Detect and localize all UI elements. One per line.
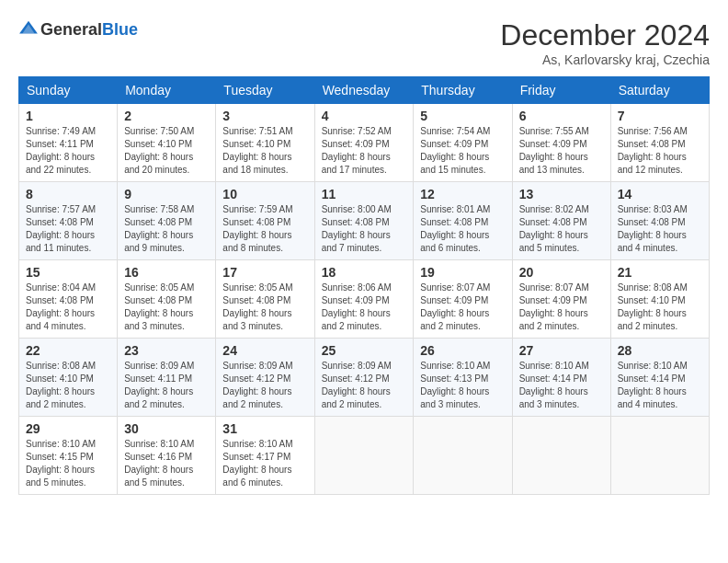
day-number: 27 — [519, 343, 604, 358]
cell-text: Sunrise: 8:09 AMSunset: 4:12 PMDaylight:… — [322, 361, 392, 409]
calendar-cell: 15Sunrise: 8:04 AMSunset: 4:08 PMDayligh… — [19, 260, 118, 339]
calendar-cell: 10Sunrise: 7:59 AMSunset: 4:08 PMDayligh… — [216, 182, 314, 260]
day-number: 4 — [322, 109, 407, 123]
calendar-cell: 23Sunrise: 8:09 AMSunset: 4:11 PMDayligh… — [118, 339, 216, 417]
calendar-cell: 30Sunrise: 8:10 AMSunset: 4:16 PMDayligh… — [118, 417, 216, 495]
calendar: SundayMondayTuesdayWednesdayThursdayFrid… — [18, 76, 710, 495]
week-row-1: 1Sunrise: 7:49 AMSunset: 4:11 PMDaylight… — [19, 104, 710, 182]
calendar-cell: 21Sunrise: 8:08 AMSunset: 4:10 PMDayligh… — [610, 260, 709, 339]
day-number: 23 — [124, 343, 209, 358]
calendar-cell: 17Sunrise: 8:05 AMSunset: 4:08 PMDayligh… — [216, 260, 314, 339]
cell-text: Sunrise: 8:10 AMSunset: 4:17 PMDaylight:… — [222, 439, 292, 488]
day-number: 8 — [26, 187, 110, 201]
day-number: 9 — [124, 187, 209, 201]
cell-text: Sunrise: 8:10 AMSunset: 4:13 PMDaylight:… — [420, 361, 490, 409]
header-day-tuesday: Tuesday — [216, 77, 314, 104]
cell-text: Sunrise: 8:06 AMSunset: 4:09 PMDaylight:… — [322, 282, 392, 331]
cell-text: Sunrise: 8:01 AMSunset: 4:08 PMDaylight:… — [420, 204, 490, 253]
day-number: 24 — [222, 343, 307, 358]
header-day-monday: Monday — [118, 77, 216, 104]
calendar-cell: 13Sunrise: 8:02 AMSunset: 4:08 PMDayligh… — [512, 182, 610, 260]
cell-text: Sunrise: 8:09 AMSunset: 4:11 PMDaylight:… — [124, 361, 194, 409]
week-row-3: 15Sunrise: 8:04 AMSunset: 4:08 PMDayligh… — [19, 260, 710, 339]
day-number: 31 — [222, 421, 307, 436]
cell-text: Sunrise: 7:56 AMSunset: 4:08 PMDaylight:… — [618, 126, 688, 175]
week-row-5: 29Sunrise: 8:10 AMSunset: 4:15 PMDayligh… — [19, 417, 710, 495]
cell-text: Sunrise: 8:08 AMSunset: 4:10 PMDaylight:… — [26, 361, 96, 409]
day-number: 21 — [618, 265, 702, 280]
cell-text: Sunrise: 8:05 AMSunset: 4:08 PMDaylight:… — [124, 282, 194, 331]
logo: GeneralBlue — [18, 18, 138, 40]
calendar-cell: 4Sunrise: 7:52 AMSunset: 4:09 PMDaylight… — [314, 104, 414, 182]
cell-text: Sunrise: 8:10 AMSunset: 4:16 PMDaylight:… — [124, 439, 194, 488]
calendar-cell: 28Sunrise: 8:10 AMSunset: 4:14 PMDayligh… — [610, 339, 709, 417]
day-number: 14 — [618, 187, 702, 201]
day-number: 19 — [420, 265, 505, 280]
day-number: 17 — [222, 265, 307, 280]
calendar-cell: 6Sunrise: 7:55 AMSunset: 4:09 PMDaylight… — [512, 104, 610, 182]
day-number: 3 — [222, 109, 307, 123]
calendar-cell: 12Sunrise: 8:01 AMSunset: 4:08 PMDayligh… — [414, 182, 512, 260]
header-day-friday: Friday — [512, 77, 610, 104]
calendar-cell: 7Sunrise: 7:56 AMSunset: 4:08 PMDaylight… — [610, 104, 709, 182]
day-number: 18 — [322, 265, 407, 280]
day-number: 25 — [322, 343, 407, 358]
calendar-cell: 8Sunrise: 7:57 AMSunset: 4:08 PMDaylight… — [19, 182, 118, 260]
cell-text: Sunrise: 8:10 AMSunset: 4:15 PMDaylight:… — [26, 439, 96, 488]
cell-text: Sunrise: 8:07 AMSunset: 4:09 PMDaylight:… — [519, 282, 589, 331]
calendar-cell: 24Sunrise: 8:09 AMSunset: 4:12 PMDayligh… — [216, 339, 314, 417]
cell-text: Sunrise: 7:54 AMSunset: 4:09 PMDaylight:… — [420, 126, 490, 175]
calendar-cell: 27Sunrise: 8:10 AMSunset: 4:14 PMDayligh… — [512, 339, 610, 417]
cell-text: Sunrise: 8:07 AMSunset: 4:09 PMDaylight:… — [420, 282, 490, 331]
cell-text: Sunrise: 8:04 AMSunset: 4:08 PMDaylight:… — [26, 282, 96, 331]
calendar-cell: 19Sunrise: 8:07 AMSunset: 4:09 PMDayligh… — [414, 260, 512, 339]
calendar-cell — [314, 417, 414, 495]
calendar-cell: 20Sunrise: 8:07 AMSunset: 4:09 PMDayligh… — [512, 260, 610, 339]
cell-text: Sunrise: 8:10 AMSunset: 4:14 PMDaylight:… — [618, 361, 688, 409]
calendar-cell: 2Sunrise: 7:50 AMSunset: 4:10 PMDaylight… — [118, 104, 216, 182]
calendar-cell: 3Sunrise: 7:51 AMSunset: 4:10 PMDaylight… — [216, 104, 314, 182]
header-day-wednesday: Wednesday — [314, 77, 414, 104]
logo-icon — [18, 18, 39, 39]
cell-text: Sunrise: 7:50 AMSunset: 4:10 PMDaylight:… — [124, 126, 194, 175]
month-title: December 2024 — [500, 18, 710, 52]
calendar-header-row: SundayMondayTuesdayWednesdayThursdayFrid… — [19, 77, 710, 104]
cell-text: Sunrise: 8:05 AMSunset: 4:08 PMDaylight:… — [222, 282, 292, 331]
day-number: 30 — [124, 421, 209, 436]
day-number: 5 — [420, 109, 505, 123]
week-row-4: 22Sunrise: 8:08 AMSunset: 4:10 PMDayligh… — [19, 339, 710, 417]
logo-text-general: General — [40, 20, 102, 39]
calendar-cell: 5Sunrise: 7:54 AMSunset: 4:09 PMDaylight… — [414, 104, 512, 182]
calendar-cell: 26Sunrise: 8:10 AMSunset: 4:13 PMDayligh… — [414, 339, 512, 417]
day-number: 1 — [26, 109, 110, 123]
calendar-cell: 14Sunrise: 8:03 AMSunset: 4:08 PMDayligh… — [610, 182, 709, 260]
day-number: 22 — [26, 343, 110, 358]
day-number: 2 — [124, 109, 209, 123]
cell-text: Sunrise: 7:59 AMSunset: 4:08 PMDaylight:… — [222, 204, 292, 253]
header-day-thursday: Thursday — [414, 77, 512, 104]
day-number: 11 — [322, 187, 407, 201]
calendar-cell: 11Sunrise: 8:00 AMSunset: 4:08 PMDayligh… — [314, 182, 414, 260]
header: GeneralBlue December 2024 As, Karlovarsk… — [18, 18, 710, 67]
logo-text-blue: Blue — [102, 20, 138, 39]
day-number: 20 — [519, 265, 604, 280]
title-area: December 2024 As, Karlovarsky kraj, Czec… — [500, 18, 710, 67]
day-number: 29 — [26, 421, 110, 436]
day-number: 13 — [519, 187, 604, 201]
cell-text: Sunrise: 7:58 AMSunset: 4:08 PMDaylight:… — [124, 204, 194, 253]
day-number: 6 — [519, 109, 604, 123]
calendar-cell: 22Sunrise: 8:08 AMSunset: 4:10 PMDayligh… — [19, 339, 118, 417]
calendar-cell: 18Sunrise: 8:06 AMSunset: 4:09 PMDayligh… — [314, 260, 414, 339]
day-number: 10 — [222, 187, 307, 201]
calendar-cell — [512, 417, 610, 495]
cell-text: Sunrise: 8:10 AMSunset: 4:14 PMDaylight:… — [519, 361, 589, 409]
cell-text: Sunrise: 8:00 AMSunset: 4:08 PMDaylight:… — [322, 204, 392, 253]
header-day-sunday: Sunday — [19, 77, 118, 104]
calendar-cell: 29Sunrise: 8:10 AMSunset: 4:15 PMDayligh… — [19, 417, 118, 495]
day-number: 28 — [618, 343, 702, 358]
day-number: 15 — [26, 265, 110, 280]
location: As, Karlovarsky kraj, Czechia — [500, 52, 710, 67]
day-number: 7 — [618, 109, 702, 123]
cell-text: Sunrise: 7:55 AMSunset: 4:09 PMDaylight:… — [519, 126, 589, 175]
cell-text: Sunrise: 8:09 AMSunset: 4:12 PMDaylight:… — [222, 361, 292, 409]
